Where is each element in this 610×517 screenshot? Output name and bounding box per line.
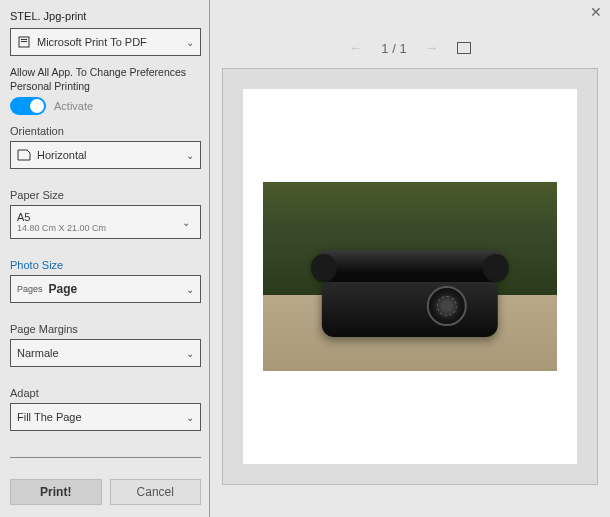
paper-size-dimensions: 14.80 Cm X 21.00 Cm bbox=[17, 223, 106, 233]
fullscreen-button[interactable] bbox=[457, 42, 471, 54]
page-sep: / bbox=[392, 41, 396, 56]
file-title: STEL. Jpg-print bbox=[10, 10, 201, 22]
paper-size-label: Paper Size bbox=[10, 189, 201, 201]
page-preview bbox=[243, 89, 577, 464]
chevron-down-icon: ⌄ bbox=[186, 150, 194, 161]
chevron-down-icon: ⌄ bbox=[186, 348, 194, 359]
photo-size-select[interactable]: Pages Page ⌄ bbox=[10, 275, 201, 303]
orientation-select[interactable]: Horizontal ⌄ bbox=[10, 141, 201, 169]
photo-size-label: Photo Size bbox=[10, 259, 201, 271]
svg-rect-2 bbox=[21, 41, 27, 42]
permissions-text-1: Allow All App. To Change Preferences bbox=[10, 66, 201, 80]
margins-value: Narmale bbox=[17, 347, 59, 359]
paper-size-select[interactable]: A5 14.80 Cm X 21.00 Cm ⌄ bbox=[10, 205, 201, 239]
preview-area bbox=[222, 68, 598, 485]
cancel-button[interactable]: Cancel bbox=[110, 479, 202, 505]
photo-size-prefix: Pages bbox=[17, 284, 43, 294]
preview-pane: ← 1 / 1 → bbox=[210, 0, 610, 517]
orientation-value: Horizontal bbox=[37, 149, 87, 161]
printer-select[interactable]: Microsoft Print To PDF ⌄ bbox=[10, 28, 201, 56]
settings-sidebar: STEL. Jpg-print Microsoft Print To PDF ⌄… bbox=[0, 0, 210, 517]
prev-page-button[interactable]: ← bbox=[349, 40, 363, 56]
photo-size-value: Page bbox=[49, 282, 78, 296]
photo-preview bbox=[263, 182, 557, 372]
orientation-label: Orientation bbox=[10, 125, 201, 137]
divider bbox=[10, 457, 201, 458]
page-icon bbox=[17, 149, 31, 161]
margins-select[interactable]: Narmale ⌄ bbox=[10, 339, 201, 367]
activate-toggle[interactable] bbox=[10, 97, 46, 115]
chevron-down-icon: ⌄ bbox=[182, 217, 190, 228]
next-page-button[interactable]: → bbox=[425, 40, 439, 56]
activate-label: Activate bbox=[54, 100, 93, 112]
chevron-down-icon: ⌄ bbox=[186, 37, 194, 48]
adapt-label: Adapt bbox=[10, 387, 201, 399]
print-button[interactable]: Print! bbox=[10, 479, 102, 505]
margins-label: Page Margins bbox=[10, 323, 201, 335]
page-total: 1 bbox=[399, 41, 406, 56]
adapt-select[interactable]: Fill The Page ⌄ bbox=[10, 403, 201, 431]
printer-icon bbox=[17, 35, 31, 49]
svg-rect-1 bbox=[21, 39, 27, 40]
page-current: 1 bbox=[381, 41, 388, 56]
close-button[interactable]: ✕ bbox=[590, 4, 602, 20]
permissions-text-2: Personal Printing bbox=[10, 80, 201, 94]
chevron-down-icon: ⌄ bbox=[186, 412, 194, 423]
pager-text: 1 / 1 bbox=[381, 41, 406, 56]
chevron-down-icon: ⌄ bbox=[186, 284, 194, 295]
printer-select-value: Microsoft Print To PDF bbox=[37, 36, 147, 48]
paper-size-value: A5 bbox=[17, 211, 30, 223]
adapt-value: Fill The Page bbox=[17, 411, 82, 423]
pager: ← 1 / 1 → bbox=[222, 40, 598, 56]
